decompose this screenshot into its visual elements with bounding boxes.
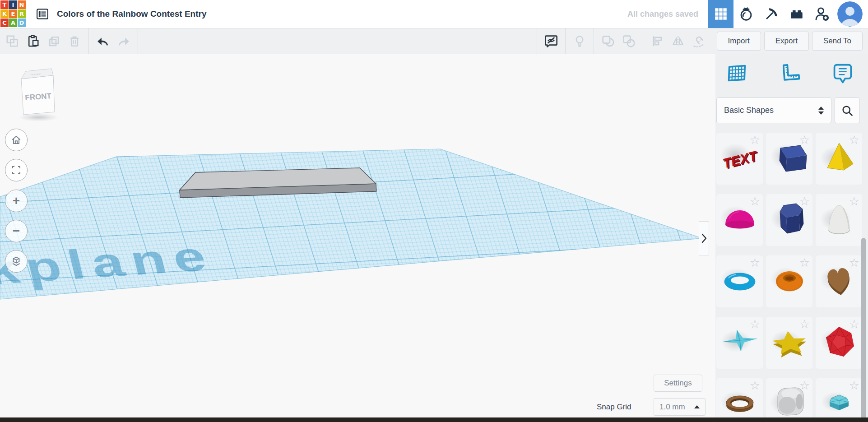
zoom-in-button[interactable]: +: [5, 190, 28, 212]
scene: Workplane TOP FRONT: [0, 54, 715, 417]
shape-gem[interactable]: ☆: [816, 378, 862, 417]
send-to-button[interactable]: Send To: [812, 32, 863, 51]
shape-icosahedron[interactable]: ☆: [816, 317, 862, 369]
favorite-star-icon[interactable]: ☆: [799, 194, 810, 209]
shape-polygon-prism[interactable]: ☆: [766, 194, 812, 246]
shapes-panel: Basic Shapes ☆ TEXT: [715, 54, 868, 417]
toolbar-separator: [565, 28, 566, 54]
favorite-star-icon[interactable]: ☆: [849, 133, 859, 148]
grid-settings-button[interactable]: Settings: [654, 375, 702, 392]
favorite-star-icon[interactable]: ☆: [799, 255, 810, 271]
shape-pyramid[interactable]: ☆: [816, 133, 862, 185]
shape-star-5pt[interactable]: ☆: [766, 317, 812, 369]
favorite-star-icon[interactable]: ☆: [750, 133, 760, 148]
favorite-star-icon[interactable]: ☆: [750, 378, 760, 394]
favorite-star-icon[interactable]: ☆: [849, 255, 859, 271]
home-icon: [10, 134, 22, 146]
align-icon: [650, 34, 664, 48]
design-title[interactable]: Colors of the Rainbow Contest Entry: [57, 9, 206, 19]
collapse-panel-tab[interactable]: [699, 221, 709, 255]
toolbar-separator: [88, 28, 89, 54]
redo-button[interactable]: [113, 28, 134, 54]
ruler-icon: [778, 61, 802, 85]
shape-tube-ring[interactable]: ☆: [716, 378, 763, 417]
category-row: Basic Shapes: [715, 86, 868, 123]
minecraft-export-button[interactable]: [759, 0, 784, 28]
magnet-button[interactable]: [688, 28, 709, 54]
perspective-toggle-button[interactable]: [5, 250, 28, 273]
shape-rounded-cube[interactable]: ☆: [766, 378, 812, 417]
design-menu-icon: [36, 7, 49, 21]
workplane-icon: [725, 61, 749, 85]
shape-heart[interactable]: ☆: [816, 255, 862, 307]
person-plus-icon: [813, 5, 831, 23]
invite-button[interactable]: [809, 0, 835, 28]
fit-view-icon: [11, 165, 22, 176]
blocks-view-icon: [713, 6, 729, 22]
notes-icon: [831, 61, 854, 85]
toolbar-right-cluster: Import Export Send To: [533, 28, 868, 54]
blocks-view-button[interactable]: [708, 0, 733, 28]
favorite-star-icon[interactable]: ☆: [849, 317, 859, 332]
caret-up-icon: [694, 405, 700, 408]
favorite-star-icon[interactable]: ☆: [799, 378, 810, 394]
design-menu-button[interactable]: [35, 7, 50, 21]
ruler-tool-button[interactable]: [777, 60, 803, 86]
undo-button[interactable]: [93, 28, 113, 54]
shape-torus-thick[interactable]: ☆: [766, 255, 812, 307]
logo-tile: A: [9, 19, 17, 27]
zoom-out-button[interactable]: −: [5, 220, 28, 242]
snap-grid-select[interactable]: 1.0 mm: [654, 398, 706, 416]
logo-tile: I: [9, 0, 17, 9]
shape-text[interactable]: ☆ TEXT TEXT: [716, 133, 763, 185]
fit-view-button[interactable]: [5, 159, 28, 181]
shape-box[interactable]: ☆: [766, 133, 812, 185]
hide-selected-button[interactable]: [541, 28, 562, 54]
perspective-cube-icon: [10, 255, 22, 267]
view-cube[interactable]: TOP FRONT: [19, 69, 58, 121]
autosave-status: All changes saved: [627, 9, 698, 19]
paste-button[interactable]: [23, 28, 43, 54]
snap-grid-label: Snap Grid: [597, 403, 631, 412]
ungroup-button[interactable]: [618, 28, 639, 54]
toolbar: Import Export Send To: [0, 28, 868, 54]
tinkercad-logo[interactable]: T I N K E R C A D: [0, 0, 26, 28]
favorite-star-icon[interactable]: ☆: [849, 378, 859, 394]
shape-star-4pt[interactable]: ☆: [716, 317, 763, 369]
mirror-button[interactable]: [668, 28, 688, 54]
panel-scrollbar-thumb[interactable]: [861, 238, 866, 417]
logo-tile: E: [9, 9, 17, 18]
pickaxe-icon: [763, 6, 780, 22]
favorite-star-icon[interactable]: ☆: [849, 194, 859, 209]
favorite-star-icon[interactable]: ☆: [799, 317, 810, 332]
align-button[interactable]: [647, 28, 668, 54]
avatar[interactable]: [837, 1, 863, 27]
favorite-star-icon[interactable]: ☆: [750, 194, 760, 209]
search-icon: [841, 104, 854, 117]
toolbar-separator: [594, 28, 594, 54]
delete-button[interactable]: [64, 28, 85, 54]
show-all-button[interactable]: [569, 28, 590, 54]
ungroup-icon: [622, 34, 636, 48]
favorite-star-icon[interactable]: ☆: [799, 133, 810, 148]
search-shapes-button[interactable]: [835, 97, 860, 123]
group-button[interactable]: [598, 28, 618, 54]
import-button[interactable]: Import: [717, 32, 761, 51]
shape-torus-thin[interactable]: ☆: [716, 255, 763, 307]
duplicate-button[interactable]: [43, 28, 64, 54]
shape-half-sphere[interactable]: ☆: [716, 194, 763, 246]
hide-selected-icon: [544, 34, 558, 48]
notes-tool-button[interactable]: [830, 60, 855, 86]
shape-category-select[interactable]: Basic Shapes: [716, 97, 831, 123]
workplane-tool-button[interactable]: [724, 60, 750, 86]
shape-paraboloid[interactable]: ☆: [816, 194, 862, 246]
brick-export-button[interactable]: [784, 0, 809, 28]
copy-button[interactable]: [2, 28, 23, 54]
favorite-star-icon[interactable]: ☆: [750, 255, 760, 271]
export-button[interactable]: Export: [764, 32, 809, 51]
canvas-3d[interactable]: Workplane TOP FRONT: [0, 54, 715, 417]
sim-lab-button[interactable]: [733, 0, 759, 28]
home-view-button[interactable]: [5, 129, 28, 151]
shape-category-value: Basic Shapes: [724, 106, 774, 115]
favorite-star-icon[interactable]: ☆: [750, 317, 760, 332]
